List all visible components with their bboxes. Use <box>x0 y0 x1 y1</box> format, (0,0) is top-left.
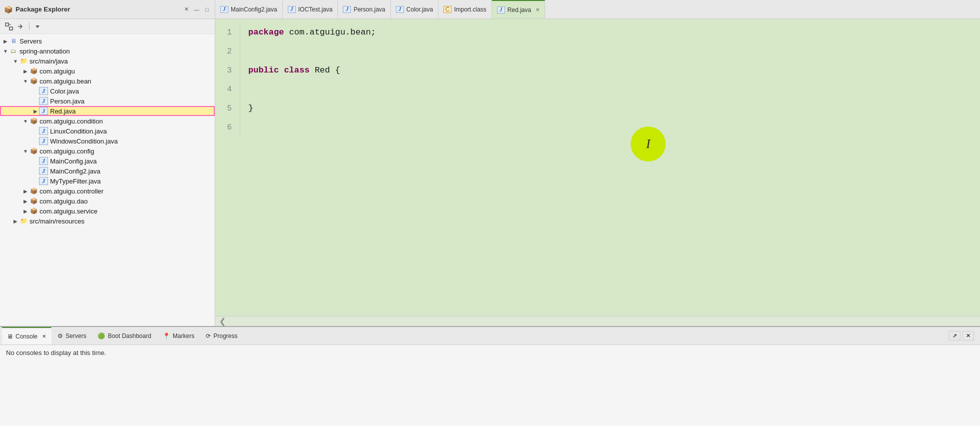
keyword-token: package <box>248 28 284 37</box>
bottom-tab-markers[interactable]: 📍Markers <box>158 327 200 344</box>
package-icon: 📦 <box>29 67 38 75</box>
close-icon[interactable]: ✕ <box>184 6 189 12</box>
tree-arrow-servers[interactable]: ▶ <box>2 38 9 44</box>
tab-Color[interactable]: JColor.java <box>391 0 438 18</box>
editor-scrollbar[interactable]: ❮ <box>215 316 980 326</box>
tree-item-Color.java[interactable]: JColor.java <box>0 86 215 96</box>
tree-label-LinuxCondition.java: LinuxCondition.java <box>50 128 107 135</box>
code-token <box>279 66 284 75</box>
tab-IOCTest[interactable]: JIOCTest.java <box>283 0 338 18</box>
tree-label-com.atguigu.service: com.atguigu.service <box>40 208 98 215</box>
tree-label-com.atguigu.bean: com.atguigu.bean <box>40 78 91 85</box>
close-console-button[interactable]: ✕ <box>962 331 974 340</box>
bottom-tab-icon-console: 🖥 <box>7 333 13 340</box>
tab-Import[interactable]: CImport.class <box>438 0 492 18</box>
project-icon: 🗂 <box>9 47 18 55</box>
bottom-tab-label-console: Console <box>16 333 38 340</box>
bottom-tab-servers[interactable]: ⚙Servers <box>53 327 92 344</box>
package-explorer-icon: 📦 <box>4 6 13 14</box>
link-editor-button[interactable] <box>16 22 26 32</box>
tree-arrow-com.atguigu.dao[interactable]: ▶ <box>22 198 29 204</box>
tree-item-com.atguigu.condition[interactable]: ▼📦com.atguigu.condition <box>0 116 215 126</box>
minimize-button[interactable]: — <box>192 6 201 14</box>
tree-item-Person.java[interactable]: JPerson.java <box>0 96 215 106</box>
tree-item-MainConfig.java[interactable]: JMainConfig.java <box>0 156 215 166</box>
bottom-content: No consoles to display at this time. <box>0 345 980 426</box>
tree-item-src-main-java[interactable]: ▼📁src/main/java <box>0 56 215 66</box>
tab-java-icon: J <box>396 6 404 13</box>
svg-rect-0 <box>6 23 9 26</box>
java-icon: J <box>39 97 48 105</box>
package-icon: 📦 <box>29 207 38 215</box>
tree-arrow-com.atguigu.condition[interactable]: ▼ <box>22 118 29 124</box>
tab-label: Person.java <box>353 6 385 13</box>
line-content: package com.atguigu.bean; <box>248 23 376 42</box>
collapse-all-button[interactable] <box>4 22 14 32</box>
bottom-tab-bar: 🖥Console✕⚙Servers🟢Boot Dashboard📍Markers… <box>0 327 980 345</box>
tree-item-com.atguigu.bean[interactable]: ▼📦com.atguigu.bean <box>0 76 215 86</box>
tree-arrow-com.atguigu.bean[interactable]: ▼ <box>22 78 29 84</box>
tree-item-servers[interactable]: ▶🖥Servers <box>0 36 215 46</box>
tree-arrow-src-main-resources[interactable]: ▶ <box>12 218 19 224</box>
tree-item-LinuxCondition.java[interactable]: JLinuxCondition.java <box>0 126 215 136</box>
bottom-tab-progress[interactable]: ⟳Progress <box>201 327 243 344</box>
servers-icon: 🖥 <box>9 37 18 45</box>
package-icon: 📦 <box>29 77 38 85</box>
bottom-tab-icon-servers: ⚙ <box>58 332 63 340</box>
tab-java-icon: J <box>343 6 351 13</box>
line-content: public class Red { <box>248 61 340 80</box>
tree-arrow-spring-annotation[interactable]: ▼ <box>2 48 9 54</box>
line-number: 4 <box>215 80 240 99</box>
tree-item-com.atguigu[interactable]: ▶📦com.atguigu <box>0 66 215 76</box>
bottom-tab-console[interactable]: 🖥Console✕ <box>2 327 52 344</box>
tree-item-com.atguigu.controller[interactable]: ▶📦com.atguigu.controller <box>0 186 215 196</box>
line-number: 1 <box>215 23 240 42</box>
bottom-panel: 🖥Console✕⚙Servers🟢Boot Dashboard📍Markers… <box>0 326 980 426</box>
java-icon: J <box>39 167 48 175</box>
tree-item-Red.java[interactable]: ▶JRed.java <box>0 106 215 116</box>
tree-arrow-src-main-java[interactable]: ▼ <box>12 58 19 64</box>
tab-close-btn[interactable]: ✕ <box>536 7 540 12</box>
view-menu-button[interactable] <box>33 22 43 32</box>
tree-item-com.atguigu.service[interactable]: ▶📦com.atguigu.service <box>0 206 215 216</box>
code-token: Red { <box>309 66 340 75</box>
tree-item-com.atguigu.config[interactable]: ▼📦com.atguigu.config <box>0 146 215 156</box>
svg-marker-3 <box>36 26 40 28</box>
tree-arrow-com.atguigu.service[interactable]: ▶ <box>22 208 29 214</box>
package-icon: 📦 <box>29 197 38 205</box>
bottom-tab-label-servers: Servers <box>66 332 86 340</box>
tree-arrow-com.atguigu.config[interactable]: ▼ <box>22 148 29 154</box>
tab-label: IOCTest.java <box>298 6 333 13</box>
tree-label-servers: Servers <box>20 38 42 45</box>
keyword-token: public <box>248 66 279 75</box>
code-token: com.atguigu.bean; <box>284 28 376 37</box>
tree-label-Red.java: Red.java <box>50 108 76 115</box>
bottom-toolbar: ⇗ ✕ <box>949 331 978 340</box>
tree-item-WindowsCondition.java[interactable]: JWindowsCondition.java <box>0 136 215 146</box>
tree-arrow-com.atguigu.controller[interactable]: ▶ <box>22 188 29 194</box>
tree-item-src-main-resources[interactable]: ▶📁src/main/resources <box>0 216 215 226</box>
open-console-button[interactable]: ⇗ <box>949 331 960 340</box>
tree-label-MainConfig.java: MainConfig.java <box>50 158 97 165</box>
tree-item-MyTypeFilter.java[interactable]: JMyTypeFilter.java <box>0 176 215 186</box>
maximize-button[interactable]: □ <box>203 6 211 14</box>
bottom-tab-icon-markers: 📍 <box>163 332 170 340</box>
tree-item-spring-annotation[interactable]: ▼🗂spring-annotation <box>0 46 215 56</box>
tree-arrow-com.atguigu[interactable]: ▶ <box>22 68 29 74</box>
bottom-tab-icon-boot-dashboard: 🟢 <box>98 332 105 340</box>
panel-header: 📦 Package Explorer ✕ — □ <box>0 0 215 19</box>
tab-Person[interactable]: JPerson.java <box>338 0 390 18</box>
tree-toolbar <box>0 19 215 34</box>
editor-area[interactable]: 1package com.atguigu.bean;23public class… <box>215 19 980 316</box>
tab-MainConfig2[interactable]: JMainConfig2.java <box>215 0 283 18</box>
tree-label-spring-annotation: spring-annotation <box>20 48 70 55</box>
tree-label-Person.java: Person.java <box>50 98 85 105</box>
line-number: 3 <box>215 61 240 80</box>
tab-Red[interactable]: JRed.java✕ <box>492 0 545 18</box>
tree-item-MainConfig2.java[interactable]: JMainConfig2.java <box>0 166 215 176</box>
bottom-tab-boot-dashboard[interactable]: 🟢Boot Dashboard <box>93 327 157 344</box>
bottom-tab-close[interactable]: ✕ <box>42 334 46 339</box>
tree-item-com.atguigu.dao[interactable]: ▶📦com.atguigu.dao <box>0 196 215 206</box>
package-icon: 📦 <box>29 117 38 125</box>
tree-arrow-Red.java[interactable]: ▶ <box>32 108 39 114</box>
